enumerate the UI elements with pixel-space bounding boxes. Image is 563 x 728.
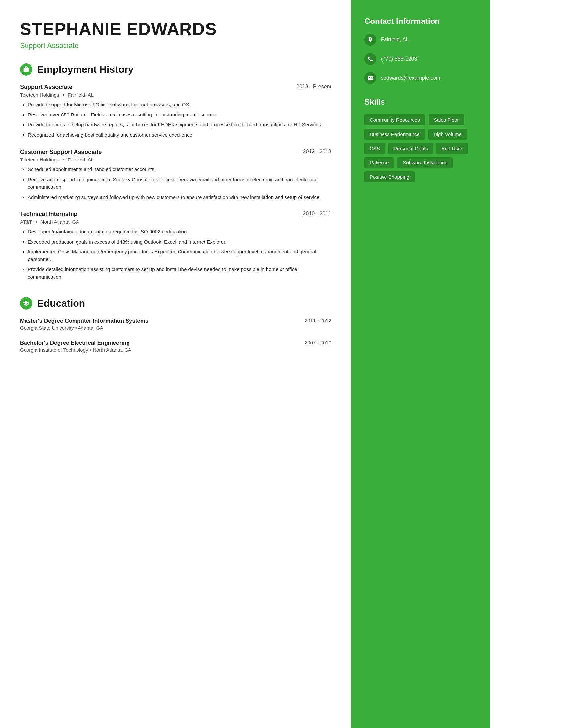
email-icon <box>364 72 376 84</box>
job-company: Teletech Holdings • Fairfield, AL <box>20 92 331 98</box>
skill-tag: Personal Goals <box>389 143 433 154</box>
bullet-item: Exceeded production goals in excess of 1… <box>28 238 331 246</box>
education-icon <box>20 297 32 310</box>
skill-tag: High Volume <box>428 129 467 140</box>
skills-section-title: Skills <box>364 97 477 107</box>
skill-tag: Positive Shopping <box>364 171 415 182</box>
edu-header: Master's Degree Computer Information Sys… <box>20 318 331 324</box>
job-entry: Technical Internship 2010 - 2011 AT&T • … <box>20 211 331 281</box>
edu-dates: 2007 - 2010 <box>305 340 331 345</box>
location-text: Fairfield, AL <box>381 36 409 43</box>
education-header: Education <box>20 297 331 310</box>
job-entry: Support Associate 2013 - Present Teletec… <box>20 84 331 139</box>
education-section: Education Master's Degree Computer Infor… <box>20 297 331 353</box>
job-title: Support Associate <box>20 84 72 91</box>
skill-tag: Sales Floor <box>429 114 464 125</box>
bullet-item: Provided options to setup hardware repai… <box>28 121 331 129</box>
sidebar: Contact Information Fairfield, AL (770) … <box>351 0 490 728</box>
edu-dates: 2011 - 2012 <box>305 318 331 323</box>
bullet-item: Receive and respond to inquiries from Sc… <box>28 176 331 191</box>
job-bullets: Developed/maintained documentation requi… <box>20 228 331 281</box>
contact-section-title: Contact Information <box>364 17 477 26</box>
employment-section-title: Employment History <box>37 64 134 75</box>
main-content: STEPHANIE EDWARDS Support Associate Empl… <box>0 0 351 728</box>
education-list: Master's Degree Computer Information Sys… <box>20 318 331 353</box>
bullet-item: Provided support for Microsoft Office so… <box>28 101 331 109</box>
employment-header: Employment History <box>20 63 331 76</box>
bullet-item: Resolved over 650 Rodan + Fields email c… <box>28 111 331 119</box>
education-entry: Bachelor's Degree Electrical Engineering… <box>20 340 331 353</box>
contact-email: sedwards@example.com <box>364 72 477 84</box>
skills-section: Skills Community ResourcesSales FloorBus… <box>364 97 477 182</box>
edu-school: Georgia Institute of Technology • North … <box>20 347 331 353</box>
job-header: Technical Internship 2010 - 2011 <box>20 211 331 218</box>
edu-degree: Master's Degree Computer Information Sys… <box>20 318 149 324</box>
job-entry: Customer Support Associate 2012 - 2013 T… <box>20 149 331 201</box>
bullet-item: Recognized for achieving best call quali… <box>28 131 331 139</box>
job-title: Customer Support Associate <box>20 149 102 156</box>
location-icon <box>364 34 376 46</box>
job-bullets: Provided support for Microsoft Office so… <box>20 101 331 139</box>
skill-tag: Business Performance <box>364 129 425 140</box>
edu-header: Bachelor's Degree Electrical Engineering… <box>20 340 331 346</box>
education-section-title: Education <box>37 298 85 309</box>
contact-location: Fairfield, AL <box>364 34 477 46</box>
bullet-item: Provide detailed information assisting c… <box>28 266 331 281</box>
skill-tag: End User <box>436 143 468 154</box>
skill-tag: Patience <box>364 157 394 168</box>
education-entry: Master's Degree Computer Information Sys… <box>20 318 331 331</box>
bullet-item: Administered marketing surveys and follo… <box>28 194 331 201</box>
bullet-item: Scheduled appointments and handled custo… <box>28 166 331 173</box>
job-dates: 2013 - Present <box>297 84 331 90</box>
email-text: sedwards@example.com <box>381 74 441 82</box>
edu-degree: Bachelor's Degree Electrical Engineering <box>20 340 130 346</box>
job-company: Teletech Holdings • Fairfield, AL <box>20 157 331 162</box>
bullet-item: Implemented Crisis Management/emergency … <box>28 248 331 263</box>
skill-tag: Software Installation <box>398 157 453 168</box>
phone-text: (770) 555-1203 <box>381 55 417 63</box>
edu-school: Georgia State University • Atlanta, GA <box>20 325 331 331</box>
phone-icon <box>364 53 376 65</box>
skills-tags: Community ResourcesSales FloorBusiness P… <box>364 114 477 182</box>
bullet-item: Developed/maintained documentation requi… <box>28 228 331 236</box>
job-header: Customer Support Associate 2012 - 2013 <box>20 149 331 156</box>
job-bullets: Scheduled appointments and handled custo… <box>20 166 331 201</box>
contact-phone: (770) 555-1203 <box>364 53 477 65</box>
candidate-title: Support Associate <box>20 41 331 50</box>
resume-header: STEPHANIE EDWARDS Support Associate <box>20 20 331 50</box>
job-title: Technical Internship <box>20 211 77 218</box>
jobs-list: Support Associate 2013 - Present Teletec… <box>20 84 331 281</box>
job-dates: 2012 - 2013 <box>303 149 331 155</box>
employment-section: Employment History Support Associate 201… <box>20 63 331 281</box>
candidate-name: STEPHANIE EDWARDS <box>20 20 331 39</box>
job-dates: 2010 - 2011 <box>303 211 331 217</box>
skill-tag: Community Resources <box>364 114 425 125</box>
employment-icon <box>20 63 32 76</box>
skill-tag: CSS <box>364 143 385 154</box>
job-company: AT&T • North Atlanta, GA <box>20 219 331 225</box>
job-header: Support Associate 2013 - Present <box>20 84 331 91</box>
